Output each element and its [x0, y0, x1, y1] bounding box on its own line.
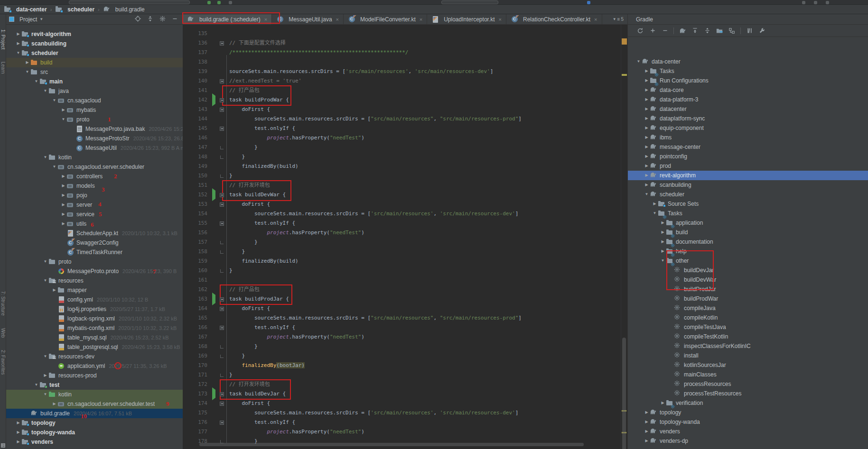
- tree-row[interactable]: ▶ibms: [628, 133, 868, 142]
- tree-row[interactable]: ▶Tasks: [628, 66, 868, 76]
- tree-toggle-icon[interactable]: ▶: [644, 171, 650, 180]
- close-icon[interactable]: ×: [420, 17, 422, 22]
- tree-row[interactable]: compileJava: [628, 303, 868, 313]
- fold-marker-icon[interactable]: [220, 156, 224, 159]
- fold-marker-icon[interactable]: [220, 41, 224, 46]
- tree-row[interactable]: log4j.properties2020/5/27 11:37, 1.7 kB: [6, 304, 183, 314]
- tree-row[interactable]: ▼scheduler: [628, 190, 868, 199]
- tree-toggle-icon[interactable]: ▶: [42, 371, 48, 380]
- tree-row[interactable]: ▶build: [628, 228, 868, 237]
- fold-marker-icon[interactable]: [220, 402, 224, 406]
- editor-tab[interactable]: ModelFileConverter.kt×: [344, 14, 427, 24]
- tree-toggle-icon[interactable]: ▼: [42, 257, 48, 266]
- editor-tab[interactable]: MessageUtil.java×: [272, 14, 344, 24]
- tree-toggle-icon[interactable]: ▶: [644, 66, 650, 76]
- tree-row[interactable]: ▶cn.sagacloud.server.scheduler.test: [6, 399, 183, 409]
- tree-row[interactable]: ▼test: [6, 380, 183, 390]
- tree-row[interactable]: ▼cn.sagacloud.server.scheduler: [6, 162, 183, 172]
- tree-toggle-icon[interactable]: ▶: [644, 104, 650, 114]
- tree-row[interactable]: compileKotlin: [628, 313, 868, 322]
- tree-toggle-icon[interactable]: ▼: [15, 48, 21, 58]
- tree-row[interactable]: ▶help: [628, 247, 868, 256]
- breadcrumb-item[interactable]: scheduler: [55, 6, 94, 13]
- tree-toggle-icon[interactable]: ▶: [660, 237, 666, 247]
- tree-row[interactable]: buildProdWar: [628, 294, 868, 303]
- tree-row[interactable]: ▼java: [6, 86, 183, 96]
- tree-toggle-icon[interactable]: ▶: [60, 210, 66, 219]
- tree-row[interactable]: ▼kotlin: [6, 153, 183, 162]
- fold-marker-icon[interactable]: [220, 326, 224, 330]
- wrench-icon[interactable]: [758, 27, 765, 35]
- tree-toggle-icon[interactable]: ▼: [652, 209, 658, 218]
- editor-tab[interactable]: RelationCheckController.kt×: [506, 14, 602, 24]
- tree-row[interactable]: kotlinSourcesJar: [628, 360, 868, 370]
- tree-row[interactable]: ▼other: [628, 256, 868, 266]
- collapse-all-icon[interactable]: [703, 27, 711, 35]
- tree-toggle-icon[interactable]: ▶: [644, 152, 650, 161]
- tree-row[interactable]: ▶venders-dp: [628, 436, 868, 446]
- tree-row[interactable]: install: [628, 351, 868, 360]
- tree-row[interactable]: ▼cn.sagacloud: [6, 96, 183, 105]
- tree-row[interactable]: ▶topology: [628, 408, 868, 417]
- fold-marker-icon[interactable]: [220, 374, 224, 377]
- fold-marker-icon[interactable]: [220, 202, 224, 207]
- tree-row[interactable]: ▶mybatis: [6, 105, 183, 115]
- tree-row[interactable]: ▶verification: [628, 398, 868, 408]
- tree-toggle-icon[interactable]: ▶: [60, 181, 66, 191]
- tree-toggle-icon[interactable]: ▼: [51, 162, 57, 172]
- tree-row[interactable]: ▼scheduler: [6, 48, 183, 58]
- tree-toggle-icon[interactable]: ▶: [15, 428, 21, 437]
- tree-toggle-icon[interactable]: ▼: [635, 57, 642, 66]
- close-icon[interactable]: ×: [264, 17, 267, 22]
- tree-row[interactable]: SchedulerApp.kt2020/1/10 10:32, 3.1 kB: [6, 229, 183, 238]
- tree-toggle-icon[interactable]: ▶: [644, 161, 650, 171]
- tree-toggle-icon[interactable]: ▼: [60, 115, 66, 124]
- tree-toggle-icon[interactable]: ▶: [60, 105, 66, 115]
- tree-row[interactable]: ▶dataplatform-sync: [628, 114, 868, 123]
- tree-row[interactable]: processTestResources: [628, 389, 868, 398]
- close-icon[interactable]: ×: [499, 17, 502, 22]
- tree-row[interactable]: ▶pointconfig: [628, 152, 868, 161]
- tree-row[interactable]: ▶resources-prod: [6, 371, 183, 380]
- tree-toggle-icon[interactable]: ▶: [660, 247, 666, 256]
- tree-toggle-icon[interactable]: ▶: [644, 408, 650, 417]
- tree-row[interactable]: ▼proto: [6, 115, 183, 124]
- toolbar-misc-icon-1[interactable]: [802, 1, 805, 4]
- toolbar-misc-icon-3[interactable]: [826, 1, 829, 4]
- tree-row[interactable]: ▼Tasks: [628, 209, 868, 218]
- tree-row[interactable]: inspectClassesForKotlinIC: [628, 341, 868, 351]
- tree-row[interactable]: ▶utils: [6, 219, 183, 229]
- tree-row[interactable]: compileTestJava: [628, 322, 868, 332]
- tree-row[interactable]: ▶build: [6, 58, 183, 67]
- fold-marker-icon[interactable]: [220, 345, 224, 348]
- run-task-icon[interactable]: [212, 188, 215, 201]
- fold-marker-icon[interactable]: [220, 355, 224, 358]
- tree-row[interactable]: ▼resources-dev: [6, 352, 183, 361]
- run-task-icon[interactable]: [212, 387, 215, 400]
- vcs-icon[interactable]: [587, 1, 590, 4]
- tree-row[interactable]: MessageProto.proto2020/4/26 15:23, 390 B: [6, 266, 183, 276]
- close-icon[interactable]: ×: [336, 17, 339, 22]
- tree-row[interactable]: buildDevWar: [628, 275, 868, 284]
- tree-row[interactable]: ▶datacenter: [628, 104, 868, 114]
- tree-row[interactable]: ▶scanbuilding: [628, 180, 868, 190]
- close-icon[interactable]: ×: [594, 17, 597, 22]
- fold-marker-icon[interactable]: [220, 221, 224, 226]
- tree-toggle-icon[interactable]: ▶: [60, 200, 66, 210]
- fold-marker-icon[interactable]: [220, 392, 224, 396]
- tree-toggle-icon[interactable]: ▶: [644, 123, 650, 133]
- tree-toggle-icon[interactable]: ▶: [51, 285, 57, 295]
- tree-toggle-icon[interactable]: ▶: [652, 199, 658, 209]
- settings-icon[interactable]: [157, 16, 168, 23]
- tree-row[interactable]: ▶message-center: [628, 142, 868, 152]
- run-config-combo[interactable]: [69, 0, 190, 4]
- tree-row[interactable]: ▶revit-algorithm: [628, 171, 868, 180]
- tree-toggle-icon[interactable]: ▶: [644, 95, 650, 104]
- tree-row[interactable]: application.yml2020/5/27 11:35, 3.26 kB: [6, 361, 183, 371]
- tree-toggle-icon[interactable]: ▼: [33, 77, 39, 86]
- tree-row[interactable]: ▶controllers: [6, 172, 183, 181]
- gradle-icon[interactable]: [679, 27, 686, 35]
- tree-row[interactable]: ▼src: [6, 67, 183, 77]
- hidden-tabs-dropdown[interactable]: ▼≡5: [609, 14, 627, 24]
- tool-window-button[interactable]: 1: Project: [0, 29, 6, 49]
